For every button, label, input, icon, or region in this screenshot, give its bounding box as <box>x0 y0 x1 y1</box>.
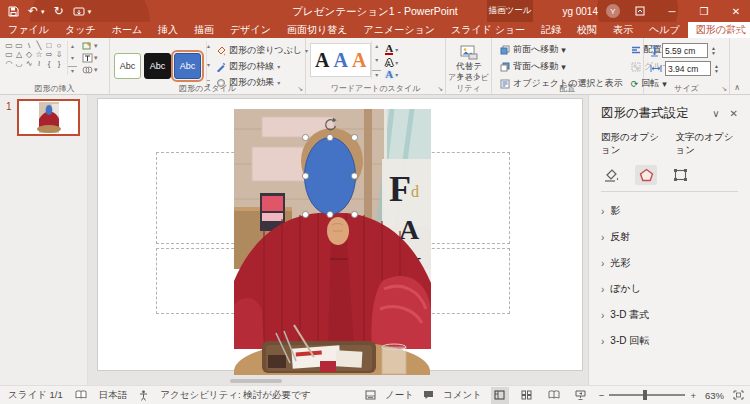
comments-icon[interactable] <box>423 390 434 400</box>
reading-view-button[interactable] <box>545 387 563 404</box>
zoom-track[interactable] <box>609 394 685 396</box>
shape-icon[interactable]: ╲ <box>34 41 44 50</box>
shape-icon[interactable]: □ <box>44 41 54 50</box>
width-spinner[interactable]: ▲▼ <box>714 64 719 74</box>
section-3d-rotation[interactable]: › 3-D 回転 <box>601 328 738 354</box>
avatar[interactable]: Y <box>606 4 620 18</box>
shape-icon[interactable]: ⇩ <box>54 50 64 59</box>
pane-options-chevron-icon[interactable]: ∨ <box>712 108 719 119</box>
normal-view-button[interactable] <box>491 387 509 404</box>
collapse-ribbon-icon[interactable]: ∧ <box>734 83 740 92</box>
fill-line-icon[interactable] <box>601 165 623 185</box>
gallery-more-icon[interactable]: ▾ <box>68 66 77 74</box>
zoom-out-icon[interactable]: − <box>599 390 605 401</box>
restore-button[interactable]: ❐ <box>692 0 716 22</box>
slide[interactable]: F d A & I A <box>97 98 583 371</box>
tab-draw[interactable]: 描画 <box>186 22 222 38</box>
scroll-up-icon[interactable]: ▴ <box>68 42 77 49</box>
tab-touch[interactable]: タッチ <box>57 22 104 38</box>
slide-thumbnail[interactable] <box>17 99 80 136</box>
section-glow[interactable]: › 光彩 <box>601 250 738 276</box>
shape-icon[interactable]: ▭ <box>4 41 14 50</box>
selected-ellipse-shape[interactable] <box>302 115 358 221</box>
rotation-handle[interactable] <box>326 118 337 130</box>
ellipse-shape[interactable] <box>305 138 356 215</box>
ribbon-display-options-icon[interactable] <box>628 0 652 22</box>
shape-height-input[interactable] <box>662 43 708 58</box>
text-outline-button[interactable]: A▾ <box>385 57 398 67</box>
section-shadow[interactable]: › 影 <box>601 198 738 224</box>
text-effects-button[interactable]: A▾ <box>385 69 398 79</box>
section-3d-format[interactable]: › 3-D 書式 <box>601 302 738 328</box>
wordart-option[interactable]: A <box>315 49 329 72</box>
scroll-down-icon[interactable]: ▾ <box>68 54 77 61</box>
slide-sorter-view-button[interactable] <box>518 387 536 404</box>
scroll-up-icon[interactable]: ▴ <box>372 42 381 49</box>
shape-icon[interactable]: ☆ <box>34 50 44 59</box>
section-soft-edges[interactable]: › ぼかし <box>601 276 738 302</box>
zoom-thumb[interactable] <box>643 390 647 400</box>
shape-icon[interactable]: ◠ <box>4 59 14 68</box>
shape-width-input[interactable] <box>665 61 711 76</box>
wordart-option[interactable]: A <box>352 49 366 72</box>
horizontal-scrollbar[interactable] <box>88 378 588 384</box>
shape-fill-button[interactable]: 図形の塗りつぶし▾ <box>216 44 308 57</box>
shape-icon[interactable]: ▭ <box>14 41 24 50</box>
bring-forward-button[interactable]: 前面へ移動▾ <box>500 43 623 56</box>
language-indicator[interactable]: 日本語 <box>99 389 128 402</box>
shape-style-option[interactable]: Abc <box>114 53 141 79</box>
user-name[interactable]: yg 0014 <box>562 6 598 17</box>
section-reflection[interactable]: › 反射 <box>601 224 738 250</box>
shapes-gallery-scroll[interactable]: ▴ ▾ ▾ <box>67 41 77 75</box>
shape-style-option-selected[interactable]: Abc <box>174 53 201 79</box>
shapes-gallery[interactable]: ▭ ▭ \ ╲ □ ○ ▭ △ ◇ ☆ ⇨ ⇩ ◠ ◡ ∿ ≀ { } <box>4 41 64 75</box>
shape-icon[interactable]: ○ <box>54 41 64 50</box>
wordart-option[interactable]: A <box>333 49 347 72</box>
pane-tab-shape-options[interactable]: 図形のオプション <box>601 131 664 157</box>
text-box-button[interactable]: ▾ <box>82 53 98 63</box>
wordart-scroll[interactable]: ▴ ▾ ▾ <box>371 41 381 79</box>
shape-icon[interactable]: ≀ <box>34 59 44 68</box>
gallery-more-icon[interactable]: ▾ <box>372 70 381 78</box>
scrollbar-thumb[interactable] <box>230 379 282 383</box>
shape-icon[interactable]: ◇ <box>24 50 34 59</box>
tab-record[interactable]: 記録 <box>533 22 569 38</box>
height-spinner[interactable]: ▲▼ <box>711 46 716 56</box>
pane-close-icon[interactable]: ✕ <box>730 108 738 119</box>
tab-home[interactable]: ホーム <box>104 22 150 38</box>
shape-icon[interactable]: { <box>44 59 54 68</box>
shape-icon[interactable]: △ <box>14 50 24 59</box>
send-backward-button[interactable]: 背面へ移動▾ <box>500 60 623 73</box>
shape-icon[interactable]: } <box>54 59 64 68</box>
shape-icon[interactable]: ▭ <box>4 50 14 59</box>
tab-design[interactable]: デザイン <box>222 22 279 38</box>
fit-to-window-icon[interactable] <box>733 390 744 400</box>
tab-transitions[interactable]: 画面切り替え <box>279 22 355 38</box>
slideshow-view-button[interactable] <box>572 387 590 404</box>
effects-pentagon-icon[interactable] <box>635 165 657 185</box>
shape-outline-button[interactable]: 図形の枠線▾ <box>216 60 308 73</box>
tab-slideshow[interactable]: スライド ショー <box>443 22 533 38</box>
zoom-level[interactable]: 63% <box>705 390 724 401</box>
edit-shape-button[interactable]: ▾ <box>82 41 98 51</box>
tab-animations[interactable]: アニメーション <box>356 22 443 38</box>
close-button[interactable]: ✕ <box>724 0 748 22</box>
tab-view[interactable]: 表示 <box>605 22 641 38</box>
scroll-down-icon[interactable]: ▾ <box>372 56 381 63</box>
tab-file[interactable]: ファイル <box>0 22 57 38</box>
pane-tab-text-options[interactable]: 文字のオプション <box>676 131 739 157</box>
tab-insert[interactable]: 挿入 <box>150 22 186 38</box>
shape-icon[interactable]: ∿ <box>24 59 34 68</box>
notes-icon[interactable] <box>365 390 376 400</box>
tab-help[interactable]: ヘルプ <box>641 22 688 38</box>
slide-indicator[interactable]: スライド 1/1 <box>8 389 63 402</box>
feedback-icon[interactable] <box>730 24 742 35</box>
tab-review[interactable]: 校閲 <box>569 22 605 38</box>
merge-shapes-button[interactable]: ▾ <box>82 65 98 75</box>
minimize-button[interactable]: ─ <box>660 0 684 22</box>
shape-icon[interactable]: ⇨ <box>44 50 54 59</box>
shape-icon[interactable]: \ <box>24 41 34 50</box>
shape-style-option[interactable]: Abc <box>144 53 171 79</box>
text-fill-button[interactable]: A▾ <box>385 43 398 55</box>
spell-check-icon[interactable] <box>75 390 87 400</box>
